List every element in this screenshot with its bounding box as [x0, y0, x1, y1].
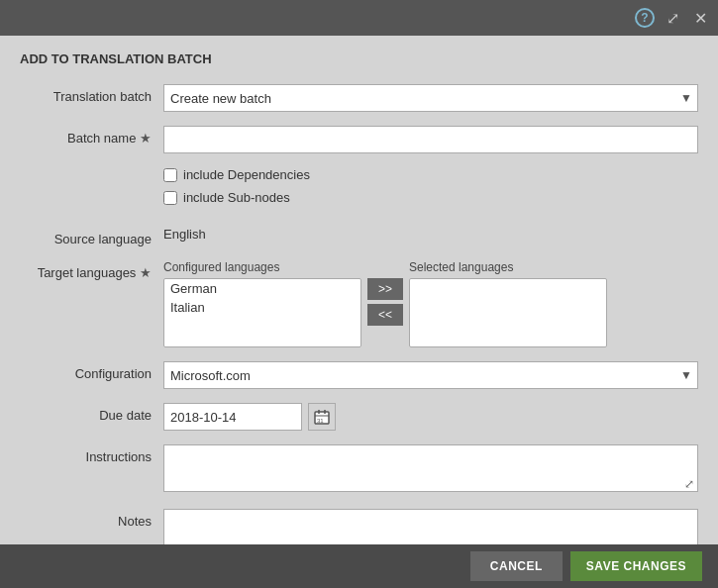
source-language-row: Source language English [20, 227, 698, 246]
batch-name-input[interactable] [163, 126, 698, 153]
configured-languages-label: Configured languages [163, 260, 361, 274]
dialog-footer: CANCEL SAVE CHANGES [0, 544, 718, 588]
selected-languages-label: Selected languages [409, 260, 607, 274]
source-language-value: English [163, 222, 206, 242]
due-date-label: Due date [20, 403, 163, 423]
notes-textarea[interactable] [163, 509, 698, 544]
cancel-button[interactable]: CANCEL [470, 551, 563, 581]
translation-batch-field: Create new batch ▼ [163, 84, 698, 112]
dialog-content: ADD TO TRANSLATION BATCH Translation bat… [0, 36, 718, 544]
include-subnodes-checkbox[interactable] [163, 191, 177, 205]
source-language-field: English [163, 227, 698, 242]
translation-batch-select[interactable]: Create new batch [163, 84, 698, 112]
target-languages-label: Target languages ★ [20, 260, 163, 280]
include-dependencies-row: include Dependencies include Sub-nodes [20, 167, 698, 213]
batch-name-label: Batch name ★ [20, 126, 163, 146]
due-date-row: Due date 31 [20, 403, 698, 431]
due-date-field: 31 [163, 403, 698, 431]
instructions-row: Instructions ⤢ [20, 444, 698, 495]
instructions-label: Instructions [20, 444, 163, 464]
instructions-textarea-wrapper: ⤢ [163, 444, 698, 495]
include-dependencies-checkbox[interactable] [163, 168, 177, 182]
dialog-titlebar: ? ⤢ ✕ [0, 0, 718, 36]
source-language-label: Source language [20, 227, 163, 246]
notes-textarea-wrapper: ⤢ [163, 509, 698, 544]
configuration-select-wrapper: Microsoft.com ▼ [163, 361, 698, 389]
close-icon[interactable]: ✕ [690, 8, 710, 28]
expand-instructions-icon[interactable]: ⤢ [684, 477, 694, 491]
include-dependencies-checkbox-row: include Dependencies [163, 167, 698, 182]
selected-languages-list[interactable] [409, 278, 607, 347]
svg-text:31: 31 [317, 418, 324, 424]
selected-languages-container: Selected languages [409, 260, 607, 347]
target-required-star: ★ [140, 265, 152, 280]
batch-name-field [163, 126, 698, 153]
list-item[interactable]: German [164, 279, 360, 298]
target-languages-row: Target languages ★ Configured languages … [20, 260, 698, 347]
notes-field: ⤢ [163, 509, 698, 544]
instructions-textarea[interactable] [163, 444, 698, 492]
include-dependencies-label: include Dependencies [183, 167, 310, 182]
include-subnodes-checkbox-row: include Sub-nodes [163, 190, 698, 205]
translation-batch-row: Translation batch Create new batch ▼ [20, 84, 698, 112]
save-changes-button[interactable]: SAVE CHANGES [570, 551, 702, 581]
list-item[interactable]: Italian [164, 298, 360, 317]
configuration-row: Configuration Microsoft.com ▼ [20, 361, 698, 389]
move-left-button[interactable]: << [367, 304, 403, 326]
target-languages-field: Configured languages German Italian >> <… [163, 260, 698, 347]
configuration-select[interactable]: Microsoft.com [163, 361, 698, 389]
notes-row: Notes ⤢ [20, 509, 698, 544]
date-wrapper: 31 [163, 403, 698, 431]
dialog-title: ADD TO TRANSLATION BATCH [20, 51, 698, 66]
required-star: ★ [140, 131, 152, 146]
due-date-input[interactable] [163, 403, 302, 431]
arrow-buttons: >> << [367, 260, 403, 326]
include-subnodes-label: include Sub-nodes [183, 190, 290, 205]
target-languages-inner: Configured languages German Italian >> <… [163, 260, 698, 347]
expand-notes-icon[interactable]: ⤢ [684, 541, 694, 544]
include-dependencies-field: include Dependencies include Sub-nodes [163, 167, 698, 213]
calendar-icon[interactable]: 31 [308, 403, 336, 431]
configured-languages-list[interactable]: German Italian [163, 278, 361, 347]
batch-name-row: Batch name ★ [20, 126, 698, 153]
configured-languages-container: Configured languages German Italian [163, 260, 361, 347]
instructions-field: ⤢ [163, 444, 698, 495]
add-translation-batch-dialog: ? ⤢ ✕ ADD TO TRANSLATION BATCH Translati… [0, 0, 718, 588]
resize-icon[interactable]: ⤢ [663, 8, 682, 28]
help-icon[interactable]: ? [635, 8, 655, 28]
target-languages-section: Configured languages German Italian >> <… [163, 260, 698, 347]
include-dependencies-spacer [20, 167, 163, 172]
move-right-button[interactable]: >> [367, 278, 403, 300]
translation-batch-select-wrapper: Create new batch ▼ [163, 84, 698, 112]
configuration-label: Configuration [20, 361, 163, 381]
notes-label: Notes [20, 509, 163, 529]
translation-batch-label: Translation batch [20, 84, 163, 104]
configuration-field: Microsoft.com ▼ [163, 361, 698, 389]
